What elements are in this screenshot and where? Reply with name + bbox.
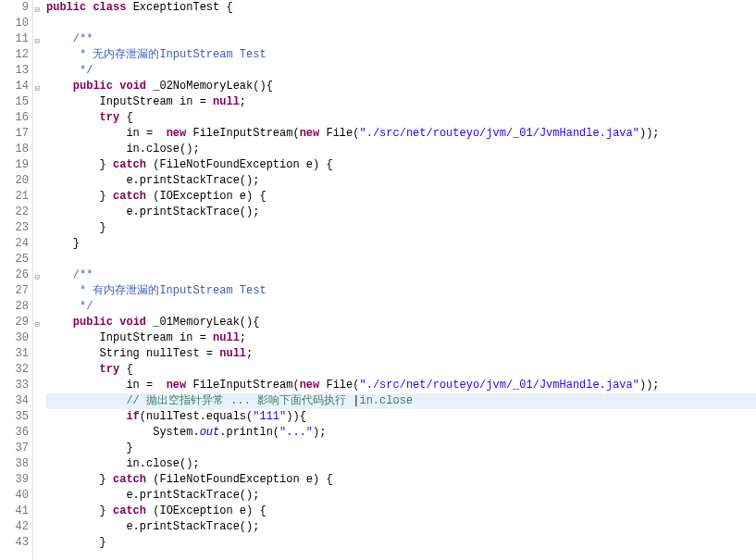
code-line[interactable]: } catch (FileNotFoundException e) {: [46, 472, 756, 488]
token-normal: ));: [639, 379, 660, 392]
token-normal: _02NoMemoryLeak(){: [146, 80, 273, 93]
token-normal: in.close();: [46, 457, 200, 470]
code-line[interactable]: System.out.println("...");: [46, 425, 756, 441]
token-normal: File(: [319, 127, 359, 140]
token-kw: null: [213, 95, 240, 108]
fold-minus-icon[interactable]: ⊟: [31, 81, 40, 91]
code-line[interactable]: }: [46, 220, 756, 236]
code-line[interactable]: // 抛出空指针异常 ... 影响下面代码执行 |in.close: [46, 393, 756, 409]
token-normal: }: [46, 237, 80, 250]
code-line[interactable]: if(nullTest.equals("111")){: [46, 409, 756, 425]
line-number: 22: [0, 205, 32, 220]
line-number: 37: [0, 441, 32, 456]
code-line[interactable]: } catch (FileNotFoundException e) {: [46, 157, 756, 173]
code-line[interactable]: in.close();: [46, 456, 756, 472]
token-normal: [46, 363, 100, 376]
code-line[interactable]: */: [46, 63, 756, 79]
line-number: 28: [0, 299, 32, 315]
token-normal: }: [46, 473, 113, 486]
token-normal: [46, 64, 73, 77]
code-line[interactable]: } catch (IOException e) {: [46, 504, 756, 519]
token-kw: new: [300, 379, 320, 392]
code-editor[interactable]: 9⊟1011⊟121314⊟151617181920212223242526⊟2…: [0, 0, 756, 560]
token-normal: }: [46, 504, 113, 517]
token-normal: System.: [46, 426, 200, 439]
code-line[interactable]: public void _02NoMemoryLeak(){: [46, 79, 756, 94]
line-number: 19: [0, 157, 32, 173]
token-kw: void: [119, 80, 146, 93]
fold-minus-icon[interactable]: ⊟: [31, 3, 40, 12]
line-number: 16: [0, 110, 32, 126]
code-line[interactable]: /**: [46, 31, 756, 47]
token-str: "...": [279, 426, 313, 439]
code-line[interactable]: e.printStackTrace();: [46, 488, 756, 504]
fold-minus-icon[interactable]: ⊟: [31, 34, 40, 44]
token-kw: new: [167, 379, 187, 392]
code-line[interactable]: e.printStackTrace();: [46, 519, 756, 535]
token-normal: [46, 111, 100, 124]
fold-minus-icon[interactable]: ⊟: [31, 270, 40, 280]
code-line[interactable]: try {: [46, 362, 756, 378]
code-line[interactable]: public class ExceptionTest {: [46, 0, 756, 16]
token-normal: in =: [46, 379, 167, 392]
token-normal: in.close();: [46, 143, 200, 156]
code-line[interactable]: }: [46, 441, 756, 456]
line-number: 38: [0, 456, 32, 472]
token-normal: [46, 316, 73, 329]
code-line[interactable]: }: [46, 535, 756, 551]
token-normal: File(: [319, 379, 359, 392]
code-line[interactable]: try {: [46, 110, 756, 126]
code-line[interactable]: [46, 16, 756, 31]
token-normal: {: [119, 111, 132, 124]
line-number: 41: [0, 504, 32, 519]
code-line[interactable]: } catch (IOException e) {: [46, 189, 756, 205]
line-number: 11⊟: [0, 31, 32, 47]
line-number: 24: [0, 236, 32, 252]
line-number: 42: [0, 519, 32, 535]
code-line[interactable]: in = new FileInputStream(new File("./src…: [46, 126, 756, 142]
code-line[interactable]: [46, 252, 756, 268]
token-jdoc: /**: [73, 268, 93, 281]
line-number: 10: [0, 16, 32, 31]
line-number: 9⊟: [0, 0, 32, 16]
code-area[interactable]: public class ExceptionTest { /** * 无内存泄漏…: [33, 0, 756, 560]
code-line[interactable]: /**: [46, 268, 756, 283]
line-number: 21: [0, 189, 32, 205]
token-normal: e.printStackTrace();: [46, 489, 259, 502]
code-line[interactable]: * 有内存泄漏的InputStream Test: [46, 283, 756, 299]
code-line[interactable]: InputStream in = null;: [46, 94, 756, 110]
line-number: 27: [0, 283, 32, 299]
code-line[interactable]: */: [46, 299, 756, 315]
code-line[interactable]: String nullTest = null;: [46, 346, 756, 362]
line-number: 17: [0, 126, 32, 142]
code-line[interactable]: public void _01MemoryLeak(){: [46, 315, 756, 330]
token-normal: e.printStackTrace();: [46, 205, 259, 218]
token-normal: FileInputStream(: [186, 127, 299, 140]
code-line[interactable]: e.printStackTrace();: [46, 173, 756, 189]
code-line[interactable]: * 无内存泄漏的InputStream Test: [46, 47, 756, 63]
token-kw: new: [300, 127, 320, 140]
token-kw: if: [126, 410, 139, 423]
line-number: 23: [0, 220, 32, 236]
token-normal: FileInputStream(: [186, 379, 299, 392]
code-line[interactable]: }: [46, 236, 756, 252]
token-normal: ;: [246, 347, 253, 360]
token-str: "111": [253, 410, 286, 423]
token-normal: )){: [286, 410, 306, 423]
line-number: 15: [0, 94, 32, 110]
code-line[interactable]: e.printStackTrace();: [46, 205, 756, 220]
token-kw: null: [213, 331, 240, 344]
token-normal: [46, 410, 126, 423]
line-number: 26⊟: [0, 268, 32, 283]
fold-minus-icon[interactable]: ⊟: [31, 317, 40, 327]
token-jdoc: */: [73, 300, 93, 313]
token-normal: [46, 268, 73, 281]
token-normal: _01MemoryLeak(){: [146, 316, 259, 329]
token-normal: (FileNotFoundException e) {: [146, 158, 333, 171]
line-number-gutter: 9⊟1011⊟121314⊟151617181920212223242526⊟2…: [0, 0, 33, 560]
token-normal: ;: [240, 95, 246, 108]
code-line[interactable]: in.close();: [46, 142, 756, 157]
code-line[interactable]: InputStream in = null;: [46, 330, 756, 346]
token-kw: null: [219, 347, 246, 360]
code-line[interactable]: in = new FileInputStream(new File("./src…: [46, 378, 756, 393]
